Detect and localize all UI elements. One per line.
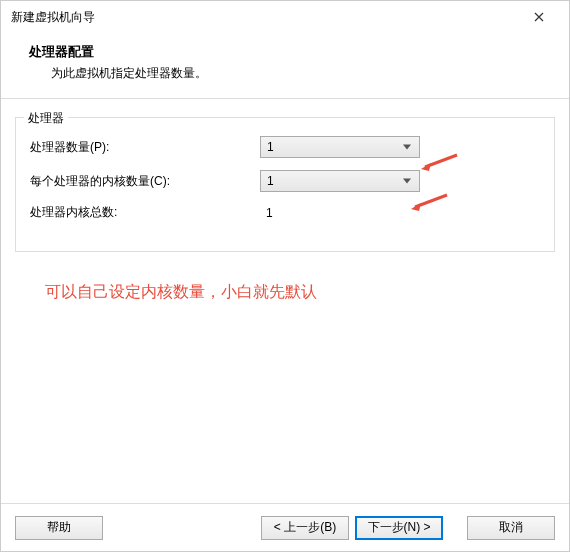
close-icon	[534, 12, 544, 22]
titlebar: 新建虚拟机向导	[1, 1, 569, 33]
page-title: 处理器配置	[29, 43, 541, 61]
processor-fieldset: 处理器 处理器数量(P): 1 每个处理器的内核数量(C): 1 处理器内核总数…	[15, 117, 555, 252]
back-button[interactable]: < 上一步(B)	[261, 516, 349, 540]
cores-select[interactable]: 1	[260, 170, 420, 192]
window-title: 新建虚拟机向导	[11, 9, 95, 26]
next-button[interactable]: 下一步(N) >	[355, 516, 443, 540]
processors-select-value: 1	[267, 140, 274, 154]
cancel-button[interactable]: 取消	[467, 516, 555, 540]
total-value: 1	[260, 206, 420, 220]
wizard-footer: 帮助 < 上一步(B) 下一步(N) > 取消	[1, 503, 569, 551]
cores-select-value: 1	[267, 174, 274, 188]
processors-label: 处理器数量(P):	[30, 139, 260, 156]
total-row: 处理器内核总数: 1	[30, 204, 540, 221]
page-subtitle: 为此虚拟机指定处理器数量。	[29, 65, 541, 82]
fieldset-legend: 处理器	[24, 110, 68, 127]
cores-label: 每个处理器的内核数量(C):	[30, 173, 260, 190]
annotation-text: 可以自己设定内核数量，小白就先默认	[15, 252, 555, 333]
close-button[interactable]	[519, 3, 559, 31]
processors-row: 处理器数量(P): 1	[30, 136, 540, 158]
content-area: 处理器 处理器数量(P): 1 每个处理器的内核数量(C): 1 处理器内核总数…	[1, 99, 569, 333]
help-button[interactable]: 帮助	[15, 516, 103, 540]
total-label: 处理器内核总数:	[30, 204, 260, 221]
processors-select[interactable]: 1	[260, 136, 420, 158]
wizard-header: 处理器配置 为此虚拟机指定处理器数量。	[1, 33, 569, 99]
cores-row: 每个处理器的内核数量(C): 1	[30, 170, 540, 192]
